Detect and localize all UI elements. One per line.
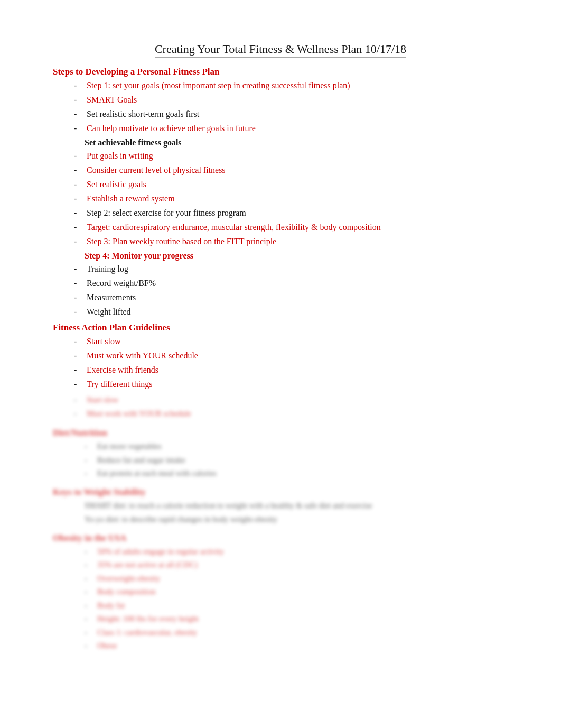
steps-section-heading: Steps to Developing a Personal Fitness P… (53, 67, 508, 77)
bullet-dash: - (74, 94, 87, 106)
page-title: Creating Your Total Fitness & Wellness P… (53, 42, 508, 56)
blurred-section-heading-3: Obesity in the USA (53, 533, 508, 543)
bullet-dash: - (74, 207, 87, 219)
list-item: - Eat protein at each meal with calories (85, 467, 508, 480)
list-item: - Must work with YOUR schedule (74, 349, 508, 362)
list-item: - Can help motivate to achieve other goa… (74, 122, 508, 135)
list-item: - Obese (85, 640, 508, 652)
blurred-section-heading-2: Keys to Weight Stability (53, 487, 508, 497)
bullet-dash: - (74, 306, 87, 318)
list-item: - Start slow (74, 394, 508, 406)
bullet-dash: - (74, 378, 87, 391)
achievable-subheading: Set achievable fitness goals (85, 138, 508, 148)
bullet-dash: - (74, 164, 87, 177)
blurred-para-2: Yo-yo diet: to describe rapid changes in… (85, 513, 508, 526)
list-item: - Eat more vegetables (85, 440, 508, 453)
list-item: - Body composition (85, 586, 508, 598)
list-item: - 50% of adults engage in regular activi… (85, 546, 508, 558)
list-item: - SMART Goals (74, 94, 508, 106)
list-item: - Reduce fat and sugar intake (85, 454, 508, 466)
list-item: - Measurements (74, 291, 508, 304)
bullet-dash: - (74, 235, 87, 248)
list-item: - Start slow (74, 335, 508, 348)
bullet-dash: - (74, 408, 87, 420)
list-item: - 35% are not active at all (CDC) (85, 559, 508, 571)
blurred-section-heading: Diet/Nutrition (53, 428, 508, 438)
bullet-dash: - (74, 394, 87, 406)
list-item: - Establish a reward system (74, 192, 508, 205)
bullet-dash: - (74, 122, 87, 135)
bullet-dash: - (74, 108, 87, 121)
list-item: - Record weight/BF% (74, 277, 508, 290)
list-item: - Must work with YOUR schedule (74, 408, 508, 420)
list-item: - Height: 100 lbs for every height (85, 613, 508, 625)
list-item: - Body fat (85, 600, 508, 612)
blurred-para: SMART diet: to reach a calorie reduction… (85, 500, 508, 512)
list-item: - Exercise with friends (74, 364, 508, 376)
bullet-dash: - (74, 192, 87, 205)
list-item: - Target: cardiorespiratory endurance, m… (74, 221, 508, 234)
list-item: - Consider current level of physical fit… (74, 164, 508, 177)
bullet-dash: - (74, 277, 87, 290)
list-item: - Step 3: Plan weekly routine based on t… (74, 235, 508, 248)
fitness-action-heading: Fitness Action Plan Guidelines (53, 322, 508, 333)
bullet-dash: - (74, 291, 87, 304)
list-item: - Class 1: cardiovascular, obesity (85, 626, 508, 639)
list-item: - Step 1: set your goals (most important… (74, 79, 508, 92)
bullet-dash: - (74, 263, 87, 275)
step4-heading: Step 4: Monitor your progress (85, 251, 508, 261)
list-item: - Put goals in writing (74, 150, 508, 162)
list-item: - Step 2: select exercise for your fitne… (74, 207, 508, 219)
bullet-dash: - (74, 335, 87, 348)
list-item: - Set realistic goals (74, 178, 508, 191)
bullet-dash: - (74, 79, 87, 92)
bullet-dash: - (74, 221, 87, 234)
bullet-dash: - (74, 349, 87, 362)
blurred-content: - Start slow - Must work with YOUR sched… (53, 394, 508, 652)
list-item: - Set realistic short-term goals first (74, 108, 508, 121)
list-item: - Overweight-obesity (85, 573, 508, 585)
bullet-dash: - (74, 364, 87, 376)
bullet-dash: - (74, 178, 87, 191)
list-item: - Try different things (74, 378, 508, 391)
list-item: - Weight lifted (74, 306, 508, 318)
list-item: - Training log (74, 263, 508, 275)
bullet-dash: - (74, 150, 87, 162)
